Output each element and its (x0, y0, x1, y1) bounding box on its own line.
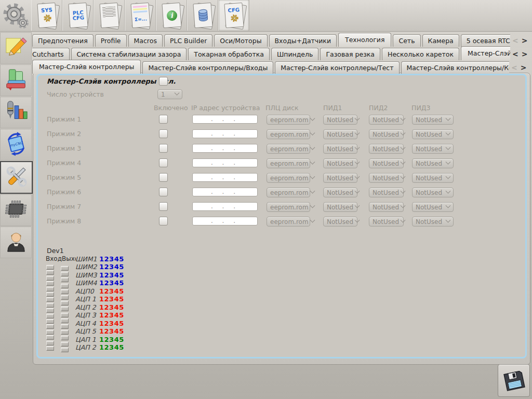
row-enable-checkbox[interactable] (159, 202, 168, 211)
plc-disk-select[interactable]: eeprom.rom (267, 188, 310, 197)
scroll-right-icon[interactable]: > (521, 61, 527, 74)
plc-disk-select[interactable]: eeprom.rom (267, 129, 310, 139)
sidebar-item-documentation[interactable] (0, 64, 32, 96)
scroll-right-icon[interactable]: > (522, 34, 528, 47)
pid1-select[interactable]: NotUsed (323, 202, 357, 212)
tab-row3-item1[interactable]: Мастер-Слэйв контроллеры (32, 60, 141, 74)
tab-row2-item1[interactable]: Cutcharts (32, 48, 70, 60)
pid2-select[interactable]: NotUsed (369, 115, 404, 125)
input-led (46, 303, 54, 308)
tab-strip-row1: ПредпочтенияProfileMacrosPLC BuilderОси/… (32, 33, 510, 47)
scroll-left-icon[interactable]: < (511, 61, 517, 74)
tab-row1-item2[interactable]: Profile (95, 34, 127, 47)
pid3-select[interactable]: NotUsed (412, 115, 454, 125)
ip-address-input[interactable]: . . . (192, 158, 258, 167)
tab-row1-item4[interactable]: PLC Builder (164, 34, 212, 47)
save-button[interactable] (498, 364, 530, 397)
pid3-select[interactable]: NotUsed (412, 129, 454, 139)
tab-row3-item4[interactable]: Мастер-Слэйв контроллеры/Конфигурация (401, 61, 510, 74)
pid3-select[interactable]: NotUsed (412, 144, 454, 154)
chevron-down-icon (355, 145, 360, 150)
tab-row1-item3[interactable]: Macros (128, 34, 163, 47)
pid2-select[interactable]: NotUsed (369, 173, 404, 183)
tab-row1-item7[interactable]: Технология (338, 33, 391, 47)
tab-row2-item3[interactable]: Токарная обработка (188, 48, 270, 60)
plc-disk-select[interactable]: eeprom.rom (267, 202, 310, 212)
row-enable-checkbox[interactable] (159, 144, 168, 153)
pid2-select[interactable]: NotUsed (369, 129, 404, 139)
row-enable-checkbox[interactable] (159, 217, 168, 225)
sidebar-item-user-profile[interactable] (0, 227, 32, 258)
row-enable-checkbox[interactable] (159, 188, 168, 196)
text-lines-icon (102, 6, 116, 17)
sidebar-item-settings-tools[interactable] (0, 161, 33, 194)
pid3-select-value: NotUsed (416, 189, 442, 196)
toolbar-button-cfg-doc[interactable]: CFG (218, 0, 249, 31)
toolbar-button-sys-config[interactable]: SYS (31, 0, 62, 31)
scroll-right-icon[interactable]: > (522, 48, 528, 60)
tab-row3-item2[interactable]: Мастер-Слэйв контроллеры/Входы (142, 61, 273, 74)
tab-row1-item6[interactable]: Входы+Датчики (269, 34, 337, 47)
toolbar-button-info-doc[interactable]: i (156, 0, 187, 31)
sidebar-item-tool-stats[interactable] (0, 97, 32, 128)
pid1-select[interactable]: NotUsed (323, 144, 357, 154)
pid3-select[interactable]: NotUsed (412, 217, 454, 227)
row-enable-checkbox[interactable] (159, 173, 168, 182)
tab-row2-item7[interactable]: Мастер-Слэйв контроллеры (461, 46, 510, 60)
tab-row2-item5[interactable]: Газовая резка (320, 48, 380, 60)
pid1-select[interactable]: NotUsed (323, 115, 357, 125)
tab-row1-item5[interactable]: Оси/Моторы (214, 34, 267, 47)
tab-row1-item8[interactable]: Сеть (393, 34, 420, 47)
toolbar-button-text-doc[interactable] (94, 0, 125, 31)
pid3-select[interactable]: NotUsed (412, 202, 454, 212)
pid1-select[interactable]: NotUsed (323, 129, 357, 139)
ip-address-input[interactable]: . . . (192, 115, 258, 124)
plc-disk-select[interactable]: eeprom.rom (267, 144, 310, 154)
plc-disk-select[interactable]: eeprom.rom (267, 217, 310, 227)
tab-row3-item3[interactable]: Мастер-Слэйв контроллеры/Тест (275, 61, 399, 74)
tab-row2-item4[interactable]: Шпиндель (271, 48, 319, 60)
signal-row: ЦАП 112345 (75, 336, 124, 343)
row-enable-checkbox[interactable] (159, 158, 168, 167)
ip-address-input[interactable]: . . . (192, 188, 258, 196)
pid2-select[interactable]: NotUsed (369, 144, 404, 154)
tab-row1-item10[interactable]: 5 осевая RTCP (461, 34, 510, 47)
pid1-select[interactable]: NotUsed (323, 217, 357, 227)
plc-disk-select[interactable]: eeprom.rom (267, 158, 310, 168)
tab-row2-item6[interactable]: Несколько кареток (382, 48, 459, 60)
pid1-select[interactable]: NotUsed (323, 158, 357, 168)
sidebar-item-mycnc-sync[interactable]: myCNC (0, 129, 32, 161)
plc-disk-select[interactable]: eeprom.rom (267, 115, 310, 125)
pid2-select[interactable]: NotUsed (369, 188, 404, 197)
plc-disk-select[interactable]: eeprom.rom (267, 173, 310, 183)
row-enable-checkbox[interactable] (159, 115, 168, 124)
ip-address-input[interactable]: . . . (192, 129, 258, 138)
ip-address-input[interactable]: . . . (192, 217, 258, 225)
toolbar-button-plc-cfg[interactable]: PLCCFG (62, 0, 94, 31)
pid2-select[interactable]: NotUsed (369, 158, 404, 168)
sidebar-item-hardware-chip[interactable] (0, 194, 32, 226)
ip-address-input[interactable]: . . . (192, 173, 258, 182)
sidebar-item-edit-notes[interactable] (0, 32, 32, 64)
master-enable-checkbox[interactable] (159, 77, 168, 86)
row-enable-checkbox[interactable] (159, 129, 168, 138)
pid2-select[interactable]: NotUsed (369, 202, 404, 212)
toolbar-button-sum-doc[interactable]: Σ=... (125, 0, 156, 31)
tab-row2-item2[interactable]: Система стабилизации зазора (71, 48, 187, 60)
pid3-select[interactable]: NotUsed (412, 188, 454, 197)
toolbar-button-database-doc[interactable] (187, 0, 218, 31)
chevron-down-icon (310, 116, 315, 121)
pid1-select[interactable]: NotUsed (323, 173, 357, 183)
tab-row1-item9[interactable]: Камера (422, 34, 459, 47)
scroll-left-icon[interactable]: < (512, 34, 518, 47)
tab-row1-item1[interactable]: Предпочтения (32, 34, 94, 47)
ip-address-input[interactable]: . . . (192, 144, 258, 153)
pid3-select[interactable]: NotUsed (412, 173, 454, 183)
pid1-select[interactable]: NotUsed (323, 188, 357, 197)
device-count-select[interactable]: 1 (157, 89, 182, 99)
pid2-select[interactable]: NotUsed (369, 217, 404, 227)
ip-address-input[interactable]: . . . (192, 202, 258, 211)
gears-logo-icon[interactable] (0, 0, 31, 31)
pid3-select[interactable]: NotUsed (412, 158, 454, 168)
scroll-left-icon[interactable]: < (512, 48, 518, 60)
